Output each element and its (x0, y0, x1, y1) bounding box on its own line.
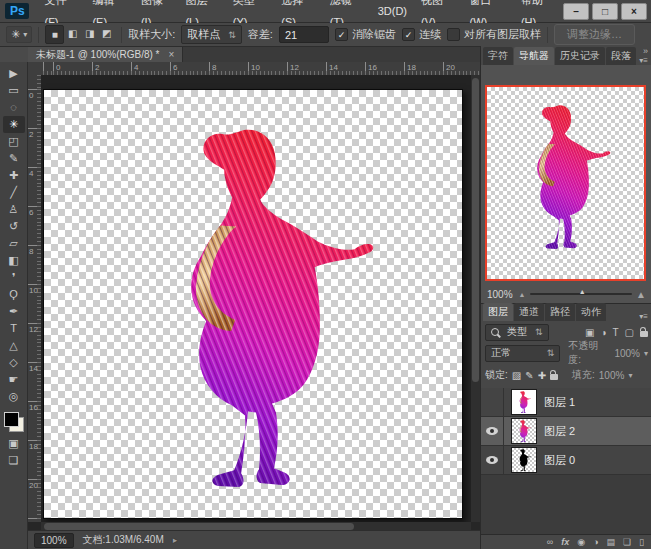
quick-mask-button[interactable]: ▣ (3, 435, 25, 452)
blur-tool[interactable]: ❜ (3, 269, 25, 286)
link-layers-icon[interactable]: ∞ (547, 537, 553, 547)
hand-tool[interactable]: ☛ (3, 371, 25, 388)
tab-paragraph[interactable]: 段落 (606, 47, 636, 65)
zoom-level-input[interactable]: 100% (34, 533, 74, 548)
move-tool[interactable]: ▶ (3, 65, 25, 82)
screen-mode-button[interactable]: ❏ (3, 452, 25, 469)
healing-brush-tool[interactable]: ✚ (3, 167, 25, 184)
lasso-tool[interactable]: ◌ (3, 99, 25, 116)
anti-alias-checkbox[interactable]: ✓ (335, 28, 348, 41)
lock-all-icon[interactable] (550, 374, 558, 380)
navigator-zoom-slider[interactable]: ▲ ▲ ▲ (519, 289, 646, 300)
delete-layer-icon[interactable]: ▯ (639, 537, 644, 547)
tab-character[interactable]: 字符 (483, 47, 513, 65)
lock-position-icon[interactable]: ✚ (538, 370, 546, 381)
zoom-out-mountain-icon[interactable]: ▲ (519, 291, 526, 298)
maximize-button[interactable]: □ (592, 3, 618, 20)
menu-3d[interactable]: 3D(D) (371, 0, 414, 22)
filter-type-icon[interactable]: T (612, 327, 618, 338)
layer-name[interactable]: 图层 1 (544, 395, 575, 410)
ruler-origin-corner[interactable] (28, 62, 42, 76)
crop-tool[interactable]: ◰ (3, 133, 25, 150)
layer-name[interactable]: 图层 0 (544, 453, 575, 468)
navigator-proxy-view[interactable] (485, 85, 646, 281)
zoom-tool[interactable]: ◎ (3, 388, 25, 405)
visibility-toggle[interactable] (481, 446, 504, 474)
minimize-button[interactable]: – (563, 3, 589, 20)
opacity-value[interactable]: 100% (614, 348, 640, 359)
slider-track[interactable]: ▲ (530, 293, 633, 295)
pen-tool[interactable]: ✒ (3, 303, 25, 320)
clone-stamp-tool[interactable]: ♙ (3, 201, 25, 218)
add-selection-mode-button[interactable]: ◧ (64, 25, 81, 42)
tool-preset-picker[interactable]: ✳ ▾ (6, 26, 32, 43)
layer-row-2[interactable]: 图层 2 (481, 417, 651, 446)
document-canvas[interactable] (43, 89, 463, 519)
new-selection-mode-button[interactable]: ■ (45, 25, 64, 44)
new-layer-icon[interactable]: ❏ (623, 537, 631, 547)
vertical-ruler[interactable]: 0 2 4 6 8 10 12 14 16 18 20 (28, 75, 42, 522)
tab-actions[interactable]: 动作 (576, 303, 606, 321)
tolerance-input[interactable]: 21 (279, 26, 329, 43)
foreground-color-swatch[interactable] (4, 412, 19, 427)
shape-tool[interactable]: ◇ (3, 354, 25, 371)
chevron-down-icon[interactable]: ▾ (644, 349, 648, 358)
marquee-tool[interactable]: ▭ (3, 82, 25, 99)
dodge-tool[interactable]: Ϙ (3, 286, 25, 303)
layer-thumbnail[interactable] (511, 447, 537, 473)
visibility-toggle[interactable] (481, 417, 504, 445)
tab-layers[interactable]: 图层 (483, 303, 513, 321)
gradient-tool[interactable]: ◧ (3, 252, 25, 269)
close-button[interactable]: × (621, 3, 647, 20)
layer-row-0[interactable]: 图层 0 (481, 446, 651, 475)
subtract-selection-mode-button[interactable]: ◨ (81, 25, 98, 42)
sample-size-select[interactable]: 取样点 ⇅ (181, 25, 242, 44)
adjustment-layer-icon[interactable]: ◑ (593, 537, 598, 547)
type-tool[interactable]: T (3, 320, 25, 337)
lock-transparent-icon[interactable]: ▨ (512, 370, 521, 381)
horizontal-ruler[interactable]: 0 2 4 6 8 10 12 14 16 18 20 (41, 62, 480, 76)
navigator-zoom-value[interactable]: 100% (487, 289, 513, 300)
document-tab[interactable]: 未标题-1 @ 100%(RGB/8) * × (28, 47, 183, 62)
layer-thumbnail[interactable] (511, 418, 537, 444)
contiguous-checkbox[interactable]: ✓ (402, 28, 415, 41)
lock-pixels-icon[interactable]: ✎ (525, 370, 533, 381)
history-brush-tool[interactable]: ↺ (3, 218, 25, 235)
brush-tool[interactable]: ╱ (3, 184, 25, 201)
refine-edge-button[interactable]: 调整边缘… (554, 24, 635, 45)
zoom-in-mountain-icon[interactable]: ▲ (636, 289, 646, 300)
chevron-down-icon[interactable]: ▾ (628, 371, 632, 380)
close-icon[interactable]: × (169, 49, 175, 60)
magic-wand-tool[interactable]: ✳ (3, 116, 25, 133)
tab-channels[interactable]: 通道 (514, 303, 544, 321)
layer-mask-icon[interactable]: ◉ (577, 537, 585, 547)
fill-value[interactable]: 100% (599, 370, 625, 381)
visibility-toggle[interactable] (481, 388, 504, 416)
intersect-selection-mode-button[interactable]: ◩ (98, 25, 115, 42)
filter-shape-icon[interactable]: ▢ (625, 327, 634, 338)
filter-pixel-icon[interactable]: ▣ (585, 327, 594, 338)
new-group-icon[interactable]: ▤ (606, 537, 615, 547)
status-popup-icon[interactable]: ▸ (173, 535, 178, 545)
tab-paths[interactable]: 路径 (545, 303, 575, 321)
layer-filter-select[interactable]: 类型 ⇅ (485, 324, 549, 341)
panel-menu-icon[interactable]: ▾≡ (639, 312, 648, 321)
eraser-tool[interactable]: ▱ (3, 235, 25, 252)
scrollbar-thumb[interactable] (44, 523, 354, 530)
filter-adjustment-icon[interactable]: ◑ (600, 327, 606, 338)
slider-thumb[interactable]: ▲ (579, 288, 586, 295)
layer-name[interactable]: 图层 2 (544, 424, 575, 439)
document-viewport[interactable] (41, 75, 471, 522)
layer-row-1[interactable]: 图层 1 (481, 388, 651, 417)
tab-history[interactable]: 历史记录 (555, 47, 605, 65)
layer-thumbnail[interactable] (511, 389, 537, 415)
sample-all-layers-checkbox[interactable] (447, 28, 460, 41)
vertical-scrollbar[interactable] (471, 75, 480, 522)
path-selection-tool[interactable]: △ (3, 337, 25, 354)
panel-menu-icon[interactable]: ▾≡ (639, 56, 648, 65)
eyedropper-tool[interactable]: ✎ (3, 150, 25, 167)
tab-navigator[interactable]: 导航器 (514, 47, 554, 65)
filter-smart-object-icon[interactable] (640, 331, 648, 337)
scrollbar-thumb[interactable] (472, 78, 479, 382)
layer-style-icon[interactable]: fx (561, 537, 569, 547)
